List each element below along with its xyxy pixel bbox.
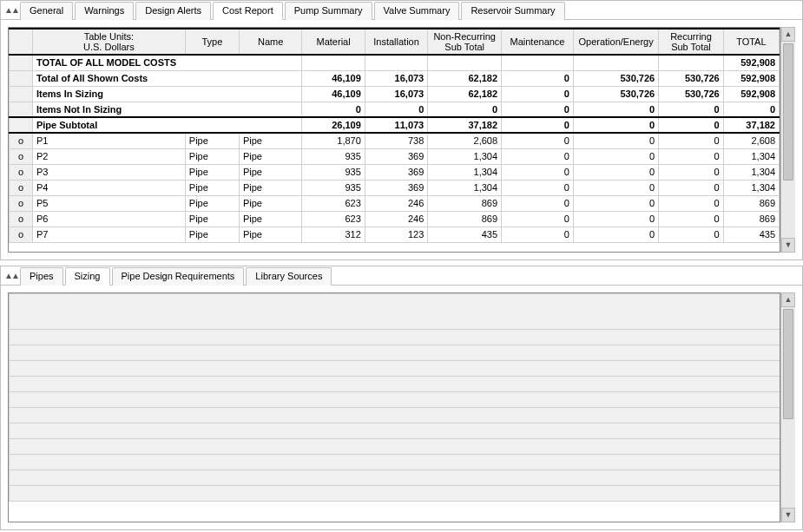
- col-header[interactable]: Name: [239, 29, 301, 55]
- tab-cost-report[interactable]: Cost Report: [213, 2, 283, 20]
- table-row[interactable]: oP4PipePipe9353691,3040001,304: [10, 180, 780, 195]
- scroll-down-icon[interactable]: ▼: [781, 508, 795, 522]
- table-row[interactable]: 10PipeSteel - ANSI12 inchschedule 4011.9…: [10, 470, 781, 486]
- table-row[interactable]: oP7PipePipe312123435000435: [10, 227, 780, 242]
- bottom-panel: ▲▲ PipesSizingPipe Design RequirementsLi…: [0, 266, 803, 530]
- tab-design-alerts[interactable]: Design Alerts: [135, 2, 211, 20]
- table-row[interactable]: oP2PipePipe9353691,3040001,304: [10, 148, 780, 164]
- table-row[interactable]: 7PipeSteel - ANSI12 inchschedule 4011.93…: [10, 424, 781, 439]
- table-row[interactable]: oP1PipePipe1,8707382,6080002,608: [10, 133, 780, 148]
- tab-pipe-design-requirements[interactable]: Pipe Design Requirements: [112, 267, 245, 286]
- top-panel: ▲▲ GeneralWarningsDesign AlertsCost Repo…: [0, 0, 803, 260]
- scroll-up-icon[interactable]: ▲: [781, 27, 795, 42]
- tab-sizing[interactable]: Sizing: [65, 267, 110, 286]
- tab-pipes[interactable]: Pipes: [20, 267, 63, 286]
- col-header[interactable]: Installation: [365, 29, 427, 55]
- summary-row[interactable]: Items Not In Sizing0000000: [10, 102, 780, 117]
- tab-general[interactable]: General: [20, 2, 73, 20]
- scroll-down-icon[interactable]: ▼: [781, 238, 795, 253]
- table-row[interactable]: 11PipeSteel - ANSI8 inchschedule 407.981: [10, 486, 781, 502]
- table-units-header: Table Units: U.S. Dollars: [32, 29, 185, 55]
- table-row[interactable]: 4PipeSteel - ANSI12 inchschedule 4011.93…: [10, 377, 781, 392]
- table-row[interactable]: 2PipeSteel - ANSI12 inchschedule 4011.93…: [10, 345, 781, 361]
- col-header[interactable]: Type: [185, 29, 239, 55]
- collapse-icon[interactable]: ▲▲: [4, 271, 16, 280]
- top-tabstrip: ▲▲ GeneralWarningsDesign AlertsCost Repo…: [1, 1, 802, 20]
- table-row[interactable]: 6PipeSteel - ANSI12 inchschedule 4011.93…: [10, 408, 781, 424]
- summary-row[interactable]: Total of All Shown Costs46,10916,07362,1…: [10, 70, 780, 86]
- collapse-icon[interactable]: ▲▲: [4, 5, 16, 15]
- tab-pump-summary[interactable]: Pump Summary: [285, 2, 372, 20]
- col-header[interactable]: Material: [302, 29, 365, 55]
- tab-reservoir-summary[interactable]: Reservoir Summary: [461, 2, 564, 20]
- vertical-scrollbar[interactable]: ▲ ▼: [780, 27, 795, 253]
- col-header[interactable]: Pipe: [10, 294, 781, 330]
- col-header[interactable]: TOTAL: [723, 29, 779, 55]
- table-row[interactable]: 5PipeSteel - ANSI12 inchschedule 4011.93…: [10, 392, 781, 408]
- table-row[interactable]: oP5PipePipe623246869000869: [10, 195, 780, 211]
- tab-warnings[interactable]: Warnings: [75, 2, 134, 20]
- col-header[interactable]: Non-Recurring Sub Total: [428, 29, 502, 55]
- summary-row[interactable]: TOTAL OF ALL MODEL COSTS592,908: [10, 55, 780, 70]
- table-row[interactable]: 1PipeSteel - ANSI12 inchschedule 4011.93…: [10, 330, 781, 345]
- tab-valve-summary[interactable]: Valve Summary: [374, 2, 460, 20]
- col-header[interactable]: Maintenance: [502, 29, 574, 55]
- scroll-up-icon[interactable]: ▲: [781, 292, 795, 307]
- summary-row[interactable]: Items In Sizing46,10916,07362,1820530,72…: [10, 86, 780, 102]
- col-header[interactable]: Operation/Energy: [573, 29, 658, 55]
- sizing-grid[interactable]: PipeNameSized - MaterialSized - Nominal …: [8, 292, 780, 522]
- table-row[interactable]: 9PipeSteel - ANSI12 inchschedule 4011.93…: [10, 455, 781, 470]
- bottom-tabstrip: ▲▲ PipesSizingPipe Design RequirementsLi…: [1, 266, 802, 286]
- vertical-scrollbar[interactable]: ▲ ▼: [780, 292, 795, 522]
- table-row[interactable]: 8PipeSteel - ANSI12 inchschedule 4011.93…: [10, 439, 781, 455]
- table-row[interactable]: oP3PipePipe9353691,3040001,304: [10, 164, 780, 180]
- cost-report-grid[interactable]: Table Units: U.S. DollarsTypeNameMateria…: [8, 27, 780, 253]
- summary-row[interactable]: Pipe Subtotal26,10911,07337,18200037,182: [10, 117, 780, 133]
- tab-library-sources[interactable]: Library Sources: [246, 267, 332, 286]
- table-row[interactable]: 3PipeSteel - ANSI12 inchschedule 4011.93…: [10, 361, 781, 377]
- table-row[interactable]: oP6PipePipe623246869000869: [10, 211, 780, 227]
- col-header[interactable]: Recurring Sub Total: [659, 29, 724, 55]
